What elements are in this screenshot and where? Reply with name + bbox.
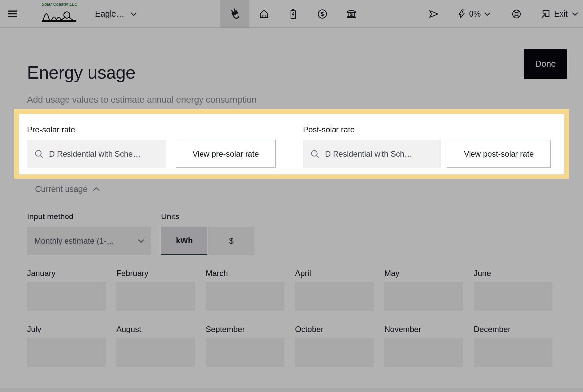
units-option-kwh[interactable]: kWh [161, 227, 207, 255]
month-usage-input[interactable] [206, 282, 284, 311]
page-title: Energy usage [27, 62, 135, 83]
search-icon [310, 149, 320, 159]
input-method-label: Input method [27, 212, 73, 221]
month-field: February [116, 268, 195, 311]
month-field: July [27, 324, 106, 367]
month-label: May [384, 268, 463, 278]
month-field: June [474, 268, 552, 311]
month-usage-input[interactable] [295, 282, 374, 311]
view-post-solar-rate-button[interactable]: View post-solar rate [447, 140, 551, 168]
month-field: January [27, 268, 106, 311]
months-grid: JanuaryFebruaryMarchAprilMayJuneJulyAugu… [27, 268, 552, 367]
month-label: December [474, 324, 552, 334]
post-solar-rate-search[interactable]: D Residential with Sch… [303, 140, 441, 168]
month-field: April [295, 268, 374, 311]
month-usage-input[interactable] [116, 282, 195, 311]
month-label: June [474, 268, 552, 278]
units-option-dollar[interactable]: $ [208, 227, 254, 255]
chevron-down-icon [138, 239, 144, 243]
bottom-edge [0, 388, 583, 392]
month-label: November [384, 324, 463, 334]
month-field: November [384, 324, 463, 367]
rates-highlight-panel: Pre-solar rate D Residential with Sche… … [14, 109, 569, 179]
pre-solar-rate-value: D Residential with Sche… [49, 149, 141, 159]
energy-usage-content: Done Energy usage Add usage values to es… [0, 0, 583, 392]
month-field: March [206, 268, 284, 311]
month-label: September [206, 324, 284, 334]
month-label: April [295, 268, 374, 278]
month-usage-input[interactable] [295, 338, 374, 367]
input-method-value: Monthly estimate (1-… [34, 236, 114, 246]
post-solar-rate-label: Post-solar rate [303, 125, 355, 134]
month-label: March [206, 268, 284, 278]
month-label: July [27, 324, 106, 334]
month-label: January [27, 268, 106, 278]
month-field: December [474, 324, 552, 367]
month-usage-input[interactable] [116, 338, 195, 367]
month-field: October [295, 324, 374, 367]
page-subtitle: Add usage values to estimate annual ener… [27, 95, 256, 105]
search-icon [34, 149, 44, 159]
current-usage-label: Current usage [35, 184, 87, 194]
current-usage-toggle[interactable]: Current usage [35, 184, 100, 194]
month-usage-input[interactable] [474, 338, 552, 367]
month-usage-input[interactable] [474, 282, 552, 311]
month-label: August [116, 324, 195, 334]
month-field: August [116, 324, 195, 367]
units-label: Units [161, 212, 179, 221]
pre-solar-rate-search[interactable]: D Residential with Sche… [27, 140, 166, 168]
month-label: October [295, 324, 374, 334]
month-usage-input[interactable] [384, 282, 463, 311]
month-field: May [384, 268, 463, 311]
month-label: February [116, 268, 195, 278]
view-pre-solar-rate-button[interactable]: View pre-solar rate [176, 140, 276, 168]
month-usage-input[interactable] [384, 338, 463, 367]
chevron-up-icon [93, 187, 100, 191]
units-toggle: kWh $ [161, 227, 254, 255]
month-usage-input[interactable] [206, 338, 284, 367]
energy-usage-page: Solar Coaster LLC Eagle… [0, 0, 583, 392]
month-usage-input[interactable] [27, 338, 106, 367]
month-usage-input[interactable] [27, 282, 106, 311]
input-method-select[interactable]: Monthly estimate (1-… [27, 227, 151, 255]
done-button[interactable]: Done [524, 49, 567, 79]
month-field: September [206, 324, 284, 367]
pre-solar-rate-label: Pre-solar rate [27, 125, 75, 134]
post-solar-rate-value: D Residential with Sch… [325, 149, 412, 159]
